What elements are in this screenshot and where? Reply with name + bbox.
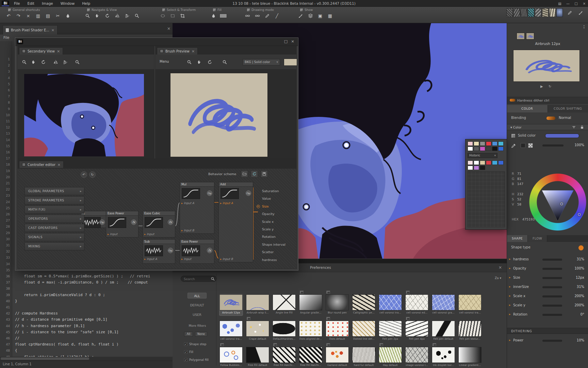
secondary-color-chip[interactable] [521,143,525,148]
color-opacity-slider[interactable] [542,144,564,147]
close-icon[interactable]: × [51,28,54,32]
refresh-preview-button[interactable]: ↻ [549,85,551,88]
close-icon[interactable]: × [57,49,60,53]
controller-category[interactable]: MIXING▸ [24,242,84,250]
slider-track[interactable] [542,314,562,316]
brush-item[interactable]: Felt pen default [432,321,455,342]
brush-item[interactable]: Felt pen 2px [379,321,402,342]
slider-opacity[interactable]: ▸Opacity100% [507,265,588,272]
minimize-button[interactable]: — [566,2,570,5]
color-swatch[interactable] [498,147,504,151]
rotate-view-icon[interactable] [206,58,213,66]
node-input[interactable]: ▸Input A [181,201,194,205]
color-swatch[interactable] [474,147,479,151]
node-input[interactable]: ▸Input [144,232,154,236]
zoom-reset-icon[interactable] [133,12,141,19]
zoom-icon[interactable] [20,58,28,66]
dock-icon[interactable]: ▥ [34,12,42,19]
controller-output-scale-x[interactable]: Scale x [256,220,296,225]
tab-secondary-view[interactable]: Secondary View× [19,47,63,55]
color-swatch[interactable] [492,141,497,146]
checkbox-shape-step[interactable]: ✓Shape step [184,342,207,346]
hand-icon[interactable] [94,12,101,19]
background-color-swatch[interactable] [284,59,297,66]
brush-cursor-icon[interactable] [297,12,304,19]
node-ease-cubic[interactable]: Ease Cubicfx▸Input [143,211,175,237]
redo-icon[interactable]: ↷ [15,12,22,19]
node-input[interactable]: ▸Input [108,232,117,236]
ellipse-select-icon[interactable] [159,12,166,19]
brush-tool-icon[interactable] [576,8,585,17]
selected-output-radio[interactable] [257,205,260,208]
expand-arrow-icon[interactable]: ▸ [509,257,511,261]
controller-category[interactable]: OPERATORS▸ [24,215,84,223]
checkbox-icon[interactable]: ✓ [184,350,187,354]
node-input[interactable]: ▸Input [181,257,191,261]
menu-image[interactable]: Image [42,1,53,5]
current-color-chip[interactable] [545,134,579,138]
filter-user[interactable]: USER [187,312,207,318]
color-swatch[interactable] [480,147,485,151]
hardness-dither-ctrl[interactable]: Hardness dither ctrl [507,97,588,104]
brush-item[interactable]: cell voronoi tra... [219,321,243,342]
brush-variant-thumbnail[interactable] [526,33,534,40]
tab-brush-pixel-shader[interactable]: Brush Pixel Shader E... × [3,25,58,34]
chain-stroke-icon[interactable] [254,12,261,19]
crop-icon[interactable] [179,12,186,19]
node-mul[interactable]: MulOp▸Input A▸Input B [180,182,214,234]
scrollbar-thumb[interactable] [1,357,89,360]
expand-arrow-icon[interactable]: ▸ [509,312,511,316]
menu-window[interactable]: Window [61,1,75,5]
brush-texture-preset[interactable] [556,8,563,17]
brush-item[interactable]: Garland default [326,347,349,368]
slider-track[interactable] [542,277,562,279]
brush-texture-preset[interactable] [535,8,541,17]
brush-item[interactable]: DefaultHardnes... [273,321,296,342]
brush-preview-canvas[interactable] [156,70,296,158]
menu-edit[interactable]: Edit [28,1,34,5]
brush-item[interactable]: Follow Bubbles... [219,347,243,368]
slider-track[interactable] [542,295,562,297]
expand-arrow-icon[interactable]: ▸ [509,276,511,279]
slider-scale-x[interactable]: ▸Scale x200% [507,293,588,300]
checkbox-icon[interactable]: ✓ [184,358,187,362]
controller-category[interactable]: MATH F(X)▸ [24,205,84,214]
color-swatch[interactable] [468,160,473,165]
filter-all[interactable]: ALL [187,293,207,298]
brush-variant-thumbnail[interactable] [517,33,525,40]
select-all-button[interactable]: All [184,332,193,337]
color-swatch[interactable] [498,160,504,165]
controller-output-shape-interval[interactable]: Shape interval [256,243,296,248]
horizontal-scrollbar[interactable] [0,357,173,361]
brush-stroke-preview[interactable] [513,50,580,82]
flip-horizontal-icon[interactable] [113,12,121,19]
color-swatch[interactable] [474,141,479,146]
solid-color-row[interactable]: Solid color [507,132,588,140]
floating-window-titlebar[interactable]: Bi □ × [15,38,298,46]
search-input[interactable] [184,276,210,281]
controller-output-rotation[interactable]: Rotation [256,235,296,240]
node-add[interactable]: AddOp▸Input A▸Input B [218,182,253,262]
brush-item[interactable]: cell voronoi ed... [405,294,428,316]
color-swatch[interactable] [480,160,485,165]
undo-icon[interactable]: ↶ [5,12,12,19]
controller-category[interactable]: STROKE PARAMETERS▸ [24,196,84,204]
slider-power[interactable]: ▸Power10% [507,337,588,344]
scroll-up-icon[interactable]: ▴▾ [583,25,585,29]
brush-item[interactable]: Airbrush 12px [219,294,243,316]
controller-category[interactable]: GLOBAL PARAMETERS▸ [24,187,84,195]
controller-output-value[interactable]: Value [256,197,296,202]
controller-category[interactable]: SIGNALS▸ [24,233,84,241]
link-stroke-icon[interactable] [244,12,251,19]
color-swatch[interactable] [480,141,485,146]
tab-brush-preview[interactable]: Brush Preview× [157,47,198,55]
flip-vertical-icon[interactable] [61,58,69,66]
node-graph[interactable]: ↶ ↻ Behavior scheme GLOBAL PARAMETERS▸ST… [18,169,296,269]
slider-track[interactable] [542,268,562,270]
controller-output-hardness[interactable]: hardness [256,258,296,263]
flip-horizontal-icon[interactable] [52,58,59,66]
filter-icon[interactable] [572,125,576,129]
brush-item[interactable]: hard fur default [352,347,375,368]
refresh-scheme-icon[interactable] [251,170,258,178]
tab-color-shifting[interactable]: COLOR SHIFTING [548,105,588,112]
